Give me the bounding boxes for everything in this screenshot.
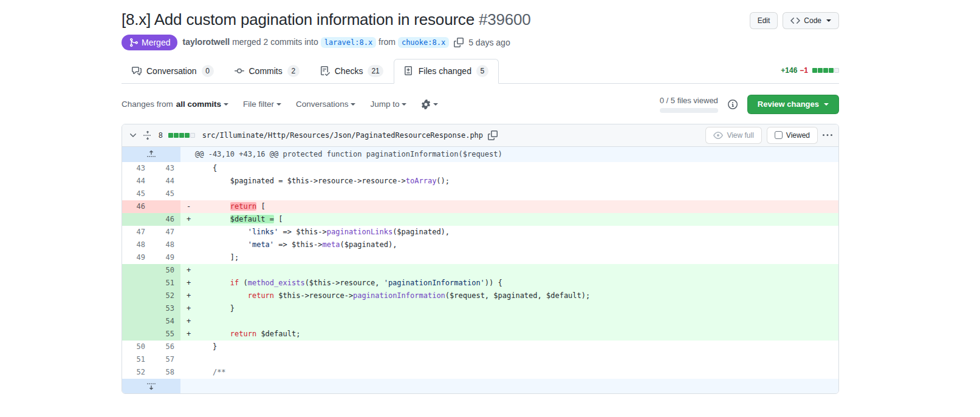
file-changes-count: 8 — [159, 131, 163, 140]
changes-from-dropdown[interactable]: Changes fromall commits — [122, 100, 228, 109]
copy-icon — [454, 38, 464, 47]
head-branch-label[interactable]: chuoke:8.x — [398, 37, 449, 48]
line-code: { — [180, 162, 838, 175]
line-number-old[interactable]: 44 — [122, 175, 151, 188]
expand-up-button[interactable] — [122, 147, 180, 162]
line-number-old[interactable] — [122, 213, 151, 226]
file-filter-dropdown[interactable]: File filter — [243, 100, 281, 109]
pr-header: [8.x] Add custom pagination information … — [122, 10, 839, 30]
diffstat-block-green — [812, 68, 817, 73]
from-text: from — [379, 37, 396, 47]
viewed-toggle-button[interactable]: Viewed — [767, 127, 818, 144]
line-number-old[interactable]: 47 — [122, 226, 151, 239]
pr-number: #39600 — [479, 10, 531, 29]
line-marker: + — [187, 290, 191, 302]
line-number-old[interactable]: 43 — [122, 162, 151, 175]
diffstat-block-green — [174, 133, 179, 138]
review-changes-button[interactable]: Review changes — [747, 95, 839, 114]
expand-all-hunks-button[interactable] — [143, 131, 152, 140]
caret-down-icon — [276, 103, 281, 106]
line-number-new[interactable]: 47 — [151, 226, 180, 239]
line-number-old[interactable]: 46 — [122, 200, 151, 213]
diffstat-block-neutral — [190, 133, 195, 138]
file-diffstat-blocks — [168, 133, 195, 138]
base-branch-label[interactable]: laravel:8.x — [321, 37, 376, 48]
file-path[interactable]: src/Illuminate/Http/Resources/Json/Pagin… — [202, 131, 483, 140]
file-options-button[interactable] — [823, 131, 832, 140]
diff-line-context: 4444 $paginated = $this->resource->resou… — [122, 175, 838, 188]
line-number-new[interactable]: 57 — [151, 353, 180, 366]
line-number-new[interactable]: 54 — [151, 315, 180, 328]
file-diff-icon — [404, 66, 414, 76]
line-code: + return $this->resource->paginationInfo… — [180, 290, 838, 302]
tab-counter: 5 — [476, 65, 488, 77]
line-number-old[interactable]: 51 — [122, 353, 151, 366]
diffstat-block-green — [179, 133, 184, 138]
view-full-button[interactable]: View full — [705, 127, 761, 144]
jump-to-dropdown[interactable]: Jump to — [370, 100, 406, 109]
diff-line-context: 4343 { — [122, 162, 838, 175]
line-number-old[interactable] — [122, 302, 151, 315]
expand-down-button[interactable] — [122, 379, 180, 393]
line-number-old[interactable]: 50 — [122, 341, 151, 353]
line-code: $paginated = $this->resource->resource->… — [180, 175, 838, 188]
kebab-icon — [823, 131, 832, 140]
line-number-new[interactable]: 43 — [151, 162, 180, 175]
line-marker: + — [187, 277, 191, 290]
code-icon — [790, 16, 800, 25]
tab-counter: 21 — [368, 65, 383, 77]
author-link[interactable]: taylorotwell — [182, 37, 230, 47]
collapse-file-button[interactable] — [128, 131, 138, 140]
line-number-new[interactable]: 56 — [151, 341, 180, 353]
copy-path-button[interactable] — [488, 131, 498, 140]
line-number-new[interactable]: 45 — [151, 188, 180, 200]
line-marker: + — [187, 213, 191, 226]
line-number-new[interactable]: 46 — [151, 213, 180, 226]
diff-line-context: 4848 'meta' => $this->meta($paginated), — [122, 239, 838, 251]
copy-branch-button[interactable] — [454, 38, 464, 47]
diff-line-context: 5056 } — [122, 341, 838, 353]
diff-table: @@ -43,10 +43,16 @@ protected function p… — [122, 147, 838, 393]
hunk-header-row: @@ -43,10 +43,16 @@ protected function p… — [122, 147, 838, 162]
line-number-old[interactable]: 49 — [122, 251, 151, 264]
line-marker: - — [187, 200, 191, 213]
conversations-dropdown[interactable]: Conversations — [296, 100, 355, 109]
viewed-checkbox[interactable] — [775, 131, 783, 139]
line-number-old[interactable] — [122, 328, 151, 341]
header-actions: Edit Code — [750, 12, 839, 29]
line-number-old[interactable]: 48 — [122, 239, 151, 251]
line-number-new[interactable]: 50 — [151, 264, 180, 277]
code-button[interactable]: Code — [783, 12, 839, 29]
line-number-new[interactable]: 49 — [151, 251, 180, 264]
line-number-old[interactable]: 52 — [122, 366, 151, 379]
line-number-new[interactable] — [151, 200, 180, 213]
edit-button[interactable]: Edit — [750, 12, 778, 29]
line-number-new[interactable]: 44 — [151, 175, 180, 188]
files-viewed-info-button[interactable] — [728, 100, 738, 109]
comment-discussion-icon — [132, 66, 142, 76]
diff-settings-button[interactable] — [421, 100, 438, 109]
diffstat-blocks — [812, 68, 839, 73]
tab-checks[interactable]: Checks 21 — [310, 59, 394, 84]
diff-line-del: 46- return [ — [122, 200, 838, 213]
pr-tabnav: Conversation 0 Commits 2 Checks 21 Files… — [122, 59, 839, 84]
line-number-old[interactable] — [122, 315, 151, 328]
file-header: 8 src/Illuminate/Http/Resources/Json/Pag… — [122, 124, 838, 147]
line-number-new[interactable]: 53 — [151, 302, 180, 315]
line-number-old[interactable] — [122, 290, 151, 302]
line-number-old[interactable] — [122, 277, 151, 290]
line-number-new[interactable]: 55 — [151, 328, 180, 341]
line-number-new[interactable]: 48 — [151, 239, 180, 251]
tab-commits[interactable]: Commits 2 — [224, 59, 310, 84]
tab-conversation[interactable]: Conversation 0 — [122, 59, 224, 84]
line-number-new[interactable]: 51 — [151, 277, 180, 290]
line-number-new[interactable]: 58 — [151, 366, 180, 379]
tab-files-changed[interactable]: Files changed 5 — [394, 59, 499, 84]
caret-down-icon — [824, 103, 829, 106]
diffstat-block-green — [818, 68, 823, 73]
line-number-old[interactable] — [122, 264, 151, 277]
line-number-new[interactable]: 52 — [151, 290, 180, 302]
diffstat-block-green — [829, 68, 834, 73]
line-number-old[interactable]: 45 — [122, 188, 151, 200]
merged-text: merged 2 commits into — [232, 37, 318, 47]
